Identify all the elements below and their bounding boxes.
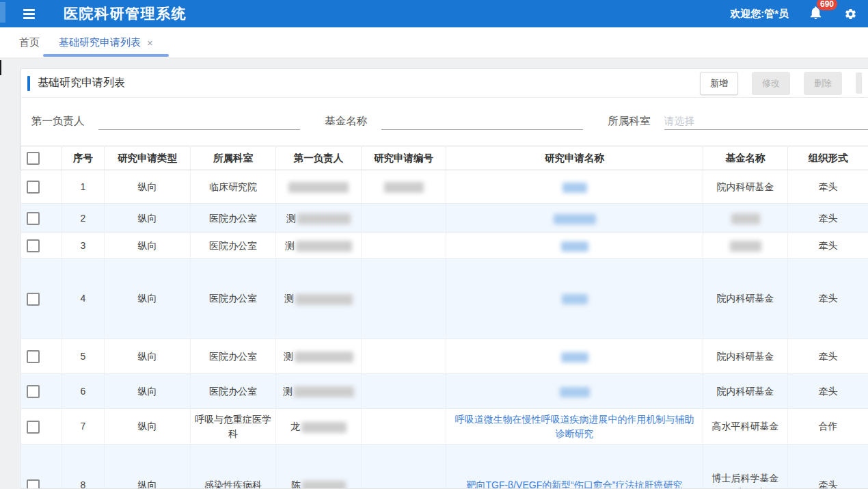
row-checkbox[interactable] <box>27 212 40 225</box>
title-accent-bar <box>27 76 30 91</box>
redacted-fund-name <box>730 241 761 252</box>
tab-home[interactable]: 首页 <box>10 27 49 57</box>
add-button[interactable]: 新增 <box>700 72 738 95</box>
row-checkbox[interactable] <box>27 239 40 252</box>
tab-bar: 首页 基础研究申请列表 × <box>0 27 868 58</box>
col-department: 所属科室 <box>191 146 276 170</box>
cell-org-form: 牵头 <box>788 445 868 489</box>
content-panel: 基础研究申请列表 新增 修改 删除 第一负责人 基金名称 所属科室 序号 <box>21 68 868 489</box>
table-body: 1纵向临床研究院院内科研基金牵头2纵向医院办公室测牵头3纵向医院办公室测牵头4纵… <box>21 170 868 489</box>
tab-active-label: 基础研究申请列表 <box>59 36 141 49</box>
checkbox-cell <box>21 445 62 489</box>
cell-fund-name: 高水平科研基金 <box>703 409 788 445</box>
redacted-apply-name <box>561 241 588 252</box>
tab-close-icon[interactable]: × <box>147 38 153 48</box>
cell-org-form: 牵头 <box>788 339 868 374</box>
checkbox-cell <box>21 409 62 445</box>
cell-fund-name <box>703 233 788 259</box>
redacted-leader <box>288 182 349 193</box>
cell-department: 医院办公室 <box>191 374 276 409</box>
cell-department: 临床研究院 <box>191 170 276 204</box>
cell-serial: 4 <box>62 259 105 339</box>
notification-bell-icon[interactable]: 690 <box>808 5 824 23</box>
tab-basic-research-list[interactable]: 基础研究申请列表 × <box>49 27 163 57</box>
checkbox-cell <box>21 374 62 409</box>
table-row: 1纵向临床研究院院内科研基金牵头 <box>21 170 868 204</box>
menu-toggle-icon[interactable] <box>23 9 35 19</box>
redacted-apply-name <box>560 387 590 397</box>
table-row: 6纵向医院办公室测院内科研基金牵头 <box>21 374 868 409</box>
cell-department: 医院办公室 <box>191 259 276 339</box>
cell-apply-type: 纵向 <box>105 339 191 374</box>
redacted-fund-name <box>731 213 760 224</box>
cell-apply-name <box>446 339 703 374</box>
cell-org-form: 牵头 <box>788 259 868 339</box>
cell-department: 感染性疾病科 <box>191 445 276 489</box>
cell-apply-name <box>446 233 703 259</box>
row-checkbox[interactable] <box>27 350 40 363</box>
cell-apply-code <box>362 339 446 374</box>
cell-fund-name: 院内科研基金 <box>703 170 788 204</box>
cell-fund-name <box>703 204 788 233</box>
cell-apply-type: 纵向 <box>105 204 191 233</box>
filter-dept-select[interactable] <box>664 112 868 130</box>
filter-fund-input[interactable] <box>381 112 583 130</box>
redacted-apply-name <box>562 294 588 304</box>
cell-fund-name: 院内科研基金 <box>703 339 788 374</box>
filter-dept-label: 所属科室 <box>608 114 651 129</box>
row-checkbox[interactable] <box>27 181 40 194</box>
cell-apply-type: 纵向 <box>105 170 191 204</box>
cell-apply-code <box>362 409 446 445</box>
row-checkbox[interactable] <box>27 293 40 306</box>
cell-leader: 陈 <box>276 445 362 489</box>
row-checkbox[interactable] <box>27 385 40 398</box>
cell-fund-name: 院内科研基金 <box>703 374 788 409</box>
cell-apply-code <box>362 170 446 204</box>
checkbox-cell <box>21 233 62 259</box>
text-cursor-artifact <box>0 60 1 75</box>
leader-text: 陈 <box>291 479 301 488</box>
cell-apply-code <box>362 259 446 339</box>
clipped-button <box>856 72 862 94</box>
cell-org-form: 牵头 <box>788 374 868 409</box>
row-checkbox[interactable] <box>27 479 40 488</box>
fund-name-text: 院内科研基金 <box>717 351 774 362</box>
cell-apply-code <box>362 445 446 489</box>
apply-name-link[interactable]: 呼吸道微生物在慢性呼吸道疾病进展中的作用机制与辅助诊断研究 <box>455 414 694 438</box>
select-all-checkbox[interactable] <box>27 152 40 165</box>
leader-text: 测 <box>283 386 293 397</box>
col-apply-code: 研究申请编号 <box>362 146 446 170</box>
col-apply-name: 研究申请名称 <box>446 146 703 170</box>
cell-apply-name: 呼吸道微生物在慢性呼吸道疾病进展中的作用机制与辅助诊断研究 <box>446 409 703 445</box>
redacted-leader <box>297 213 351 224</box>
cell-apply-code <box>362 233 446 259</box>
cell-apply-name: 靶向TGF-β/VEGF的新型“伤口愈合”疗法抗肝癌研究 <box>446 445 703 489</box>
cell-apply-type: 纵向 <box>105 409 191 445</box>
apply-name-link[interactable]: 靶向TGF-β/VEGF的新型“伤口愈合”疗法抗肝癌研究 <box>466 479 682 488</box>
cell-serial: 5 <box>62 339 105 374</box>
cell-department: 呼吸与危重症医学科 <box>191 409 276 445</box>
filter-leader-input[interactable] <box>98 112 300 130</box>
cell-department: 医院办公室 <box>191 339 276 374</box>
col-apply-type: 研究申请类型 <box>105 146 191 170</box>
filter-fund-label: 基金名称 <box>325 114 368 129</box>
fund-name-text: 院内科研基金 <box>717 181 774 192</box>
leader-text: 龙 <box>290 421 300 432</box>
cell-apply-type: 纵向 <box>105 445 191 489</box>
cell-leader: 测 <box>276 374 362 409</box>
settings-gear-icon[interactable] <box>844 8 857 21</box>
table-row: 3纵向医院办公室测牵头 <box>21 233 868 259</box>
fund-name-text: 高水平科研基金 <box>712 421 779 432</box>
edit-button: 修改 <box>752 72 790 95</box>
cell-apply-name <box>446 259 703 339</box>
checkbox-cell <box>21 204 62 233</box>
cell-apply-code <box>362 204 446 233</box>
page-title: 基础研究申请列表 <box>38 76 125 90</box>
table-row: 2纵向医院办公室测牵头 <box>21 204 868 233</box>
cell-fund-name: 院内科研基金 <box>703 259 788 339</box>
row-checkbox[interactable] <box>27 421 40 434</box>
data-table-container: 序号 研究申请类型 所属科室 第一负责人 研究申请编号 研究申请名称 基金名称 … <box>21 146 868 488</box>
table-row: 8纵向感染性疾病科陈靶向TGF-β/VEGF的新型“伤口愈合”疗法抗肝癌研究博士… <box>21 445 868 489</box>
cell-apply-type: 纵向 <box>105 259 191 339</box>
redacted-apply-name <box>554 214 596 224</box>
